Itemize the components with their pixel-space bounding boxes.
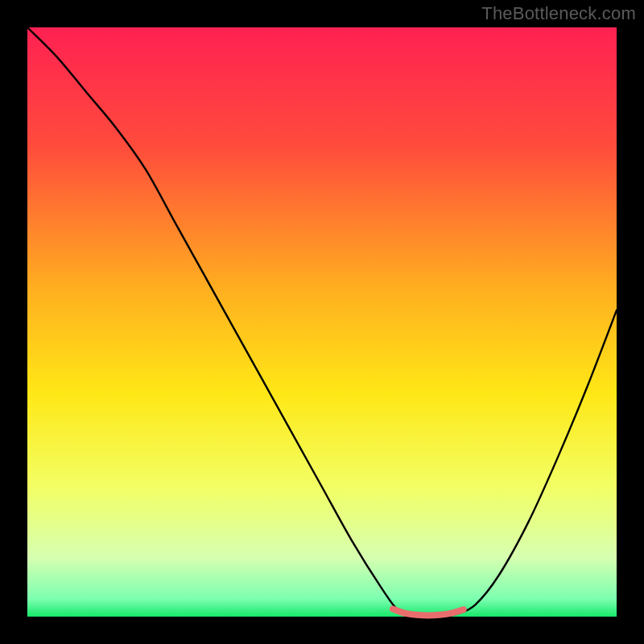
plot-area [27, 27, 617, 617]
watermark: TheBottleneck.com [481, 3, 636, 24]
chart-container: { "watermark": "TheBottleneck.com", "cha… [0, 0, 644, 644]
bottleneck-chart [0, 0, 644, 644]
